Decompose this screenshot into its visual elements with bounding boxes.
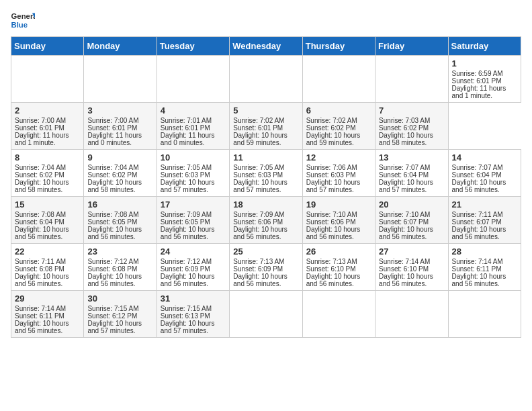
sunset: Sunset: 6:01 PM [161,124,210,132]
day-number: 23 [87,246,152,257]
sunset: Sunset: 6:06 PM [306,218,356,226]
day-number: 10 [161,152,226,163]
day-header-tuesday: Tuesday [157,37,229,56]
svg-text:General: General [11,12,36,20]
calendar-cell [302,291,375,338]
day-header-sunday: Sunday [11,37,84,56]
sunset: Sunset: 6:02 PM [306,124,356,132]
daylight: Daylight: 10 hours and 56 minutes. [161,273,215,287]
day-number: 31 [161,293,226,304]
daylight: Daylight: 11 hours and 1 minute. [15,132,69,146]
calendar-week-0: 1Sunrise: 6:59 AMSunset: 6:01 PMDaylight… [11,56,521,103]
calendar-cell: 21Sunrise: 7:11 AMSunset: 6:07 PMDayligh… [448,197,521,244]
daylight: Daylight: 10 hours and 57 minutes. [379,179,433,193]
daylight: Daylight: 10 hours and 56 minutes. [452,273,506,287]
sunrise: Sunrise: 7:12 AM [87,258,138,265]
sunset: Sunset: 6:02 PM [379,124,429,132]
daylight: Daylight: 10 hours and 56 minutes. [15,320,69,334]
calendar-cell: 10Sunrise: 7:05 AMSunset: 6:03 PMDayligh… [157,150,229,197]
calendar-cell: 5Sunrise: 7:02 AMSunset: 6:01 PMDaylight… [230,103,302,150]
calendar-cell: 17Sunrise: 7:09 AMSunset: 6:05 PMDayligh… [157,197,229,244]
sunset: Sunset: 6:03 PM [161,171,210,179]
calendar-cell [230,291,302,338]
calendar-cell: 11Sunrise: 7:05 AMSunset: 6:03 PMDayligh… [230,150,302,197]
day-number: 4 [161,105,226,116]
calendar-cell: 29Sunrise: 7:14 AMSunset: 6:11 PMDayligh… [11,291,84,338]
calendar-cell: 8Sunrise: 7:04 AMSunset: 6:02 PMDaylight… [11,150,84,197]
daylight: Daylight: 10 hours and 56 minutes. [379,273,433,287]
day-header-thursday: Thursday [302,37,375,56]
sunrise: Sunrise: 6:59 AM [452,70,503,77]
calendar-cell: 15Sunrise: 7:08 AMSunset: 6:04 PMDayligh… [11,197,84,244]
daylight: Daylight: 10 hours and 58 minutes. [87,179,142,193]
sunset: Sunset: 6:09 PM [233,265,283,273]
day-number: 19 [306,199,371,210]
sunset: Sunset: 6:05 PM [161,218,210,226]
calendar-cell: 1Sunrise: 6:59 AMSunset: 6:01 PMDaylight… [448,56,521,103]
sunset: Sunset: 6:01 PM [452,77,502,85]
day-number: 29 [15,293,80,304]
day-number: 11 [233,152,298,163]
daylight: Daylight: 10 hours and 56 minutes. [306,226,361,240]
daylight: Daylight: 10 hours and 56 minutes. [15,273,69,287]
daylight: Daylight: 10 hours and 58 minutes. [379,132,433,146]
daylight: Daylight: 10 hours and 57 minutes. [161,320,215,334]
sunset: Sunset: 6:02 PM [15,171,64,179]
daylight: Daylight: 10 hours and 57 minutes. [87,320,142,334]
sunset: Sunset: 6:07 PM [379,218,429,226]
day-number: 14 [452,152,517,163]
sunrise: Sunrise: 7:04 AM [87,164,138,171]
calendar-cell [302,56,375,103]
sunrise: Sunrise: 7:04 AM [15,164,66,171]
day-number: 1 [452,58,517,68]
sunrise: Sunrise: 7:08 AM [87,211,138,218]
calendar-header-row: SundayMondayTuesdayWednesdayThursdayFrid… [11,37,521,56]
calendar-cell: 16Sunrise: 7:08 AMSunset: 6:05 PMDayligh… [84,197,157,244]
day-number: 30 [87,293,152,304]
sunrise: Sunrise: 7:01 AM [161,117,212,124]
sunset: Sunset: 6:04 PM [15,218,64,226]
sunset: Sunset: 6:06 PM [233,218,283,226]
daylight: Daylight: 10 hours and 56 minutes. [233,273,287,287]
calendar-week-2: 8Sunrise: 7:04 AMSunset: 6:02 PMDaylight… [11,150,521,197]
sunrise: Sunrise: 7:10 AM [306,211,357,218]
daylight: Daylight: 11 hours and 0 minutes. [161,132,215,146]
sunset: Sunset: 6:10 PM [306,265,356,273]
logo-icon: General Blue [11,11,35,30]
calendar-cell: 19Sunrise: 7:10 AMSunset: 6:06 PMDayligh… [302,197,375,244]
daylight: Daylight: 10 hours and 56 minutes. [379,226,433,240]
sunrise: Sunrise: 7:15 AM [87,305,138,312]
calendar-cell [230,56,302,103]
day-number: 17 [161,199,226,210]
daylight: Daylight: 10 hours and 57 minutes. [161,179,215,193]
calendar-cell: 25Sunrise: 7:13 AMSunset: 6:09 PMDayligh… [230,244,302,291]
sunset: Sunset: 6:12 PM [87,312,137,320]
day-header-friday: Friday [375,37,448,56]
calendar-cell: 18Sunrise: 7:09 AMSunset: 6:06 PMDayligh… [230,197,302,244]
sunrise: Sunrise: 7:11 AM [15,258,66,265]
sunrise: Sunrise: 7:13 AM [233,258,284,265]
calendar-cell [157,56,229,103]
calendar-cell: 2Sunrise: 7:00 AMSunset: 6:01 PMDaylight… [11,103,84,150]
logo: General Blue [11,11,35,30]
day-number: 5 [233,105,298,116]
day-number: 9 [87,152,152,163]
calendar-cell: 6Sunrise: 7:02 AMSunset: 6:02 PMDaylight… [302,103,375,150]
sunset: Sunset: 6:11 PM [15,312,64,320]
sunrise: Sunrise: 7:05 AM [233,164,284,171]
sunrise: Sunrise: 7:08 AM [15,211,66,218]
sunset: Sunset: 6:08 PM [15,265,64,273]
sunset: Sunset: 6:04 PM [379,171,429,179]
daylight: Daylight: 10 hours and 58 minutes. [15,179,69,193]
sunrise: Sunrise: 7:12 AM [161,258,212,265]
sunrise: Sunrise: 7:10 AM [379,211,430,218]
day-number: 7 [379,105,444,116]
sunrise: Sunrise: 7:09 AM [161,211,212,218]
daylight: Daylight: 11 hours and 1 minute. [452,85,506,99]
calendar-cell: 3Sunrise: 7:00 AMSunset: 6:01 PMDaylight… [84,103,157,150]
day-number: 12 [306,152,371,163]
daylight: Daylight: 11 hours and 0 minutes. [87,132,142,146]
calendar-cell: 22Sunrise: 7:11 AMSunset: 6:08 PMDayligh… [11,244,84,291]
calendar-cell: 23Sunrise: 7:12 AMSunset: 6:08 PMDayligh… [84,244,157,291]
calendar-cell: 31Sunrise: 7:15 AMSunset: 6:13 PMDayligh… [157,291,229,338]
